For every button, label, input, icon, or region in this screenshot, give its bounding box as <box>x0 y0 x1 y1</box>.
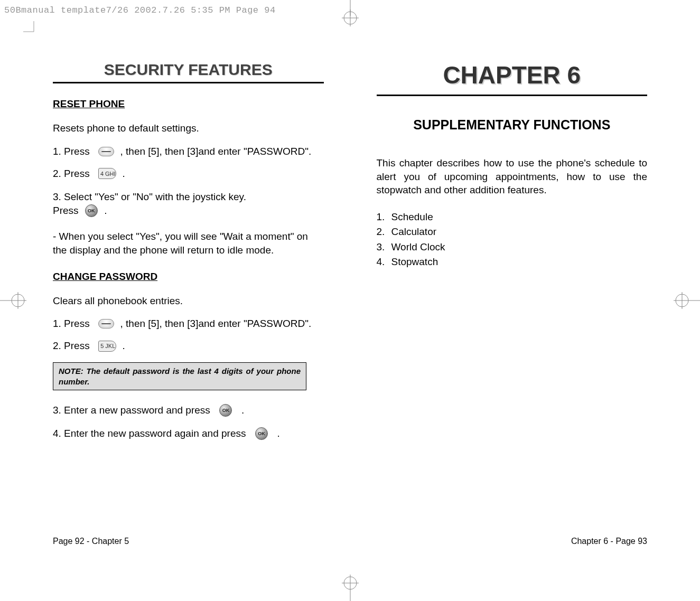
reset-desc: Resets phone to default settings. <box>53 121 324 135</box>
ok-button-icon: OK <box>255 427 268 440</box>
page-left: SECURITY FEATURES RESET PHONE Resets pho… <box>0 0 350 601</box>
step-3-press: Press OK . <box>53 204 324 217</box>
step-text: 2. Press <box>53 340 95 352</box>
step-text: 1. Press <box>53 318 95 330</box>
change-pw-desc: Clears all phonebook entries. <box>53 294 324 308</box>
cp-step-2: 2. Press 5 JKL . <box>53 340 324 352</box>
step-text: . <box>119 168 125 180</box>
function-list: 1.Schedule 2.Calculator 3.World Clock 4.… <box>377 210 648 270</box>
page-footer-left: Page 92 - Chapter 5 <box>53 537 129 546</box>
step-2: 2. Press 4 GHI . <box>53 168 324 180</box>
step-text: . <box>119 340 125 352</box>
chapter-intro: This chapter describes how to use the ph… <box>377 156 648 197</box>
list-label: World Clock <box>391 240 445 255</box>
list-num: 1. <box>377 210 388 225</box>
list-label: Calculator <box>391 224 437 240</box>
chapter-subtitle: SUPPLEMENTARY FUNCTIONS <box>377 117 648 133</box>
note-box: NOTE: The default password is the last 4… <box>53 362 306 390</box>
step-text: Press <box>53 205 81 217</box>
cp-step-1: 1. Press , then [5], then [3]and enter "… <box>53 318 324 330</box>
note-label: NOTE: <box>59 367 83 375</box>
list-label: Schedule <box>391 210 433 225</box>
ok-button-icon: OK <box>219 404 232 417</box>
note-text: The default password is the last 4 digit… <box>59 367 301 386</box>
list-item: 1.Schedule <box>377 210 648 225</box>
soft-key-icon <box>98 319 114 328</box>
step-text: . <box>236 405 244 416</box>
chapter-rule <box>377 95 648 96</box>
step-text: 1. Press <box>53 146 95 157</box>
cp-step-4: 4. Enter the new password again and pres… <box>53 427 324 440</box>
section-title: SECURITY FEATURES <box>53 61 324 83</box>
page-right: CHAPTER 6 SUPPLEMENTARY FUNCTIONS This c… <box>350 0 701 601</box>
heading-reset-phone: RESET PHONE <box>53 98 324 110</box>
step-text: 2. Press <box>53 168 95 180</box>
cp-step-3: 3. Enter a new password and press OK . <box>53 404 324 417</box>
key-5-icon: 5 JKL <box>98 341 116 352</box>
ok-button-icon: OK <box>85 204 98 217</box>
step-3: 3. Select "Yes" or "No" with the joystic… <box>53 190 324 204</box>
list-num: 3. <box>377 240 388 255</box>
list-item: 3.World Clock <box>377 240 648 255</box>
step-text: 4. Enter the new password again and pres… <box>53 428 251 439</box>
soft-key-icon <box>98 147 114 156</box>
wait-note: - When you select "Yes", you will see "W… <box>53 230 324 257</box>
step-text: 3. Enter a new password and press <box>53 405 216 416</box>
step-text: . <box>272 428 280 439</box>
list-num: 2. <box>377 224 388 240</box>
step-1: 1. Press , then [5], then [3]and enter "… <box>53 146 324 157</box>
page-footer-right: Chapter 6 - Page 93 <box>571 537 647 546</box>
list-num: 4. <box>377 255 388 270</box>
key-4-icon: 4 GHI <box>98 168 116 179</box>
list-item: 2.Calculator <box>377 224 648 240</box>
heading-change-password: CHANGE PASSWORD <box>53 271 324 283</box>
list-item: 4.Stopwatch <box>377 255 648 270</box>
list-label: Stopwatch <box>391 255 438 270</box>
step-text: , then [5], then [3]and enter "PASSWORD"… <box>117 318 311 330</box>
step-text: . <box>101 205 107 217</box>
step-text: , then [5], then [3]and enter "PASSWORD"… <box>117 146 311 157</box>
chapter-title: CHAPTER 6 <box>377 61 648 89</box>
